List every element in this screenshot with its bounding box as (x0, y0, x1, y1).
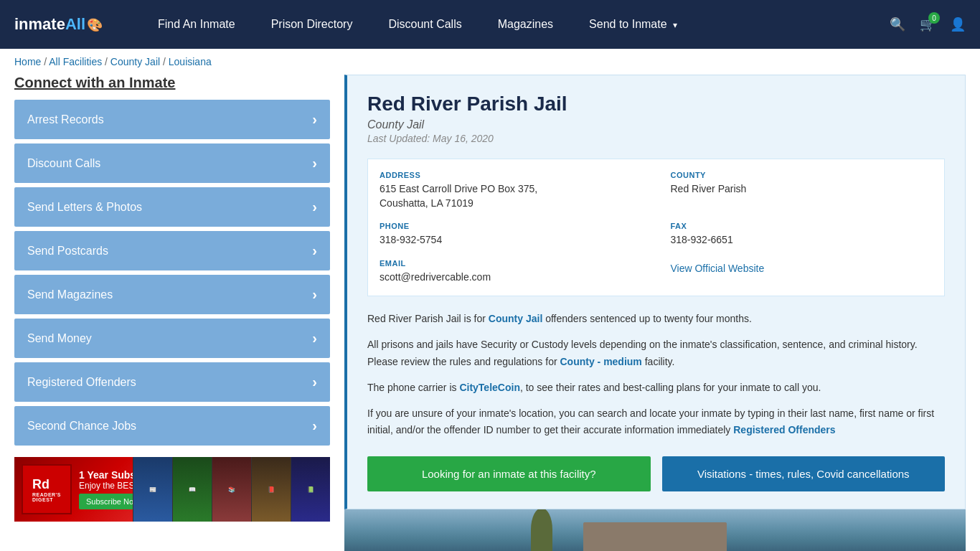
breadcrumb-state[interactable]: Louisiana (169, 56, 212, 67)
sidebar-item-send-postcards-label: Send Postcards (27, 245, 108, 258)
sidebar-arrow-icon: › (312, 286, 317, 303)
breadcrumb-all-facilities[interactable]: All Facilities (49, 56, 102, 67)
desc-1a: Red River Parish Jail is for (367, 313, 489, 324)
address-value: 615 East Carroll Drive PO Box 375,Cousha… (380, 182, 642, 210)
sidebar-item-send-money-label: Send Money (27, 332, 92, 345)
detail-website: View Official Website (671, 259, 933, 285)
fax-value: 318-932-6651 (671, 233, 933, 248)
sidebar-item-registered-offenders[interactable]: Registered Offenders › (14, 362, 330, 402)
user-icon: 👤 (950, 17, 966, 32)
facility-content: Red River Parish Jail County Jail Last U… (344, 75, 966, 551)
sidebar-item-second-chance-jobs-label: Second Chance Jobs (27, 420, 136, 433)
ad-cover-1: 📰 (133, 457, 172, 522)
visitations-button[interactable]: Visitations - times, rules, Covid cancel… (662, 456, 946, 491)
dropdown-arrow-icon: ▾ (673, 20, 677, 30)
ad-banner[interactable]: Rd READER'SDIGEST 1 Year Subscription fo… (14, 457, 330, 522)
county-medium-link[interactable]: County - medium (560, 356, 641, 367)
sidebar-arrow-icon: › (312, 155, 317, 171)
citytelecoin-link[interactable]: CityTeleCoin (459, 382, 520, 393)
main-nav: Find An Inmate Prison Directory Discount… (158, 18, 861, 31)
ad-brand-text: READER'SDIGEST (32, 492, 61, 502)
cart-badge: 0 (928, 12, 940, 24)
sidebar-items: Arrest Records › Discount Calls › Send L… (14, 100, 330, 446)
detail-fax: FAX 318-932-6651 (671, 222, 933, 248)
phone-value: 318-932-5754 (380, 233, 642, 248)
facility-image (344, 509, 966, 551)
nav-find-inmate[interactable]: Find An Inmate (158, 18, 235, 31)
sidebar-item-registered-offenders-label: Registered Offenders (27, 376, 136, 389)
sidebar-arrow-icon: › (312, 418, 317, 434)
sidebar-arrow-icon: › (312, 199, 317, 215)
connect-title: Connect with an Inmate (14, 75, 330, 91)
detail-county: COUNTY Red River Parish (671, 171, 933, 210)
main-content: Connect with an Inmate Arrest Records › … (0, 75, 980, 551)
ad-covers: 📰 📖 📚 📕 📗 (133, 457, 330, 522)
breadcrumb-home[interactable]: Home (14, 56, 41, 67)
ad-cover-4: 📕 (251, 457, 291, 522)
logo-all: All (65, 15, 85, 33)
sidebar-item-send-letters[interactable]: Send Letters & Photos › (14, 187, 330, 227)
sidebar-item-send-magazines[interactable]: Send Magazines › (14, 275, 330, 314)
ad-logo-text: Rd (32, 477, 61, 492)
sidebar-item-discount-calls[interactable]: Discount Calls › (14, 143, 330, 183)
ad-cover-2: 📖 (172, 457, 212, 522)
email-label: EMAIL (380, 259, 642, 268)
looking-for-inmate-button[interactable]: Looking for an inmate at this facility? (367, 456, 651, 491)
sidebar: Connect with an Inmate Arrest Records › … (14, 75, 330, 551)
desc-1b: offenders sentenced up to twenty four mo… (542, 313, 752, 324)
desc-paragraph-1: Red River Parish Jail is for County Jail… (367, 311, 945, 328)
detail-email: EMAIL scott@redrivercable.com (380, 259, 642, 285)
desc-3b: , to see their rates and best-calling pl… (520, 382, 821, 393)
sidebar-item-send-money[interactable]: Send Money › (14, 319, 330, 358)
desc-3a: The phone carrier is (367, 382, 459, 393)
facility-card: Red River Parish Jail County Jail Last U… (344, 75, 966, 509)
desc-2b: facility. (642, 356, 675, 367)
sidebar-arrow-icon: › (312, 242, 317, 259)
fax-label: FAX (671, 222, 933, 230)
facility-details: ADDRESS 615 East Carroll Drive PO Box 37… (367, 159, 945, 296)
cart-button[interactable]: 🛒 0 (920, 17, 936, 32)
registered-offenders-link[interactable]: Registered Offenders (733, 424, 835, 435)
nav-send-to-inmate[interactable]: Send to Inmate ▾ (589, 18, 677, 31)
search-button[interactable]: 🔍 (890, 17, 905, 32)
cta-buttons: Looking for an inmate at this facility? … (367, 453, 945, 491)
sidebar-item-send-postcards[interactable]: Send Postcards › (14, 231, 330, 270)
ad-cover-5: 📗 (291, 457, 330, 522)
user-button[interactable]: 👤 (950, 17, 966, 32)
logo-text: inmateAll🎨 (14, 15, 103, 34)
search-icon: 🔍 (890, 17, 905, 32)
desc-paragraph-4: If you are unsure of your inmate's locat… (367, 405, 945, 440)
logo[interactable]: inmateAll🎨 (14, 15, 129, 34)
desc-paragraph-2: All prisons and jails have Security or C… (367, 336, 945, 371)
breadcrumb: Home / All Facilities / County Jail / Lo… (0, 49, 980, 75)
sidebar-item-discount-calls-label: Discount Calls (27, 157, 100, 170)
sidebar-item-arrest-records[interactable]: Arrest Records › (14, 100, 330, 139)
website-link[interactable]: View Official Website (671, 263, 765, 274)
breadcrumb-county-jail[interactable]: County Jail (110, 56, 160, 67)
ad-cover-3: 📚 (212, 457, 251, 522)
county-label: COUNTY (671, 171, 933, 179)
desc-4a: If you are unsure of your inmate's locat… (367, 408, 934, 436)
desc-paragraph-3: The phone carrier is CityTeleCoin, to se… (367, 380, 945, 397)
detail-address: ADDRESS 615 East Carroll Drive PO Box 37… (380, 171, 642, 210)
email-value: scott@redrivercable.com (380, 270, 642, 285)
facility-title: Red River Parish Jail (367, 93, 945, 116)
header-icons: 🔍 🛒 0 👤 (890, 17, 966, 32)
sidebar-item-arrest-records-label: Arrest Records (27, 113, 104, 126)
sidebar-item-send-magazines-label: Send Magazines (27, 288, 113, 301)
sidebar-arrow-icon: › (312, 111, 317, 128)
facility-description: Red River Parish Jail is for County Jail… (367, 311, 945, 439)
phone-label: PHONE (380, 222, 642, 230)
detail-phone: PHONE 318-932-5754 (380, 222, 642, 248)
nav-discount-calls[interactable]: Discount Calls (388, 18, 461, 31)
county-value: Red River Parish (671, 182, 933, 197)
nav-magazines[interactable]: Magazines (498, 18, 553, 31)
county-jail-link[interactable]: County Jail (489, 313, 542, 324)
nav-prison-directory[interactable]: Prison Directory (271, 18, 353, 31)
send-to-inmate-label: Send to Inmate (589, 18, 667, 30)
facility-type: County Jail (367, 118, 945, 131)
sidebar-item-second-chance-jobs[interactable]: Second Chance Jobs › (14, 406, 330, 446)
address-label: ADDRESS (380, 171, 642, 179)
sidebar-item-send-letters-label: Send Letters & Photos (27, 201, 142, 214)
sidebar-arrow-icon: › (312, 374, 317, 390)
